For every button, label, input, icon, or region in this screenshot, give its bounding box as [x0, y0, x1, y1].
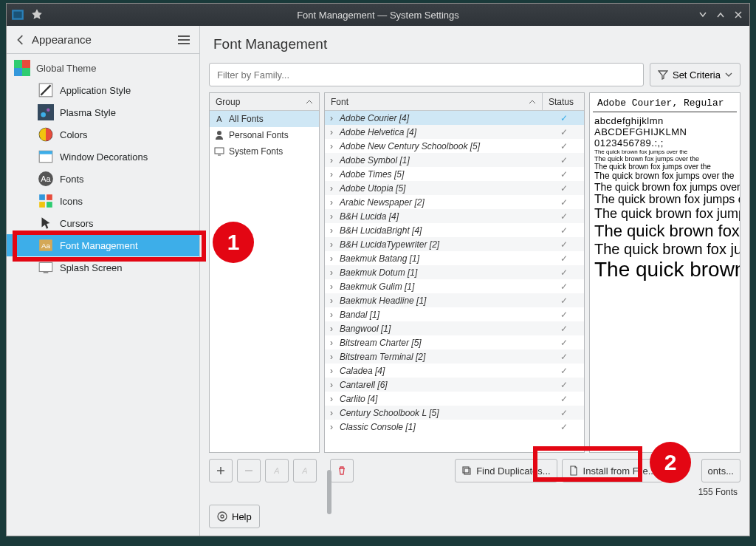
- disclosure-icon[interactable]: ›: [325, 253, 338, 264]
- sidebar-item-splash-screen[interactable]: Splash Screen: [7, 256, 199, 279]
- enable-button[interactable]: A: [265, 459, 289, 482]
- remove-group-button[interactable]: [237, 459, 261, 482]
- disclosure-icon[interactable]: ›: [325, 296, 338, 306]
- sidebar-item-colors[interactable]: Colors: [7, 123, 199, 146]
- font-row[interactable]: ›B&H Lucida [4]✓: [325, 209, 584, 223]
- font-header[interactable]: Font: [325, 93, 543, 111]
- font-name: Classic Console [1]: [338, 422, 544, 432]
- disclosure-icon[interactable]: ›: [325, 338, 338, 348]
- style-icon: [38, 82, 54, 98]
- sidebar-item-window-decorations[interactable]: Window Decorations: [7, 146, 199, 168]
- disclosure-icon[interactable]: ›: [325, 169, 338, 180]
- app-icon: [11, 8, 24, 21]
- font-row[interactable]: ›Bangwool [1]✓: [325, 321, 584, 335]
- disclosure-icon[interactable]: ›: [325, 422, 338, 432]
- sidebar-item-fonts[interactable]: Aa Fonts: [7, 168, 199, 190]
- filter-input[interactable]: [209, 63, 644, 86]
- disclosure-icon[interactable]: ›: [325, 155, 338, 165]
- group-personal-fonts[interactable]: Personal Fonts: [210, 127, 319, 143]
- file-icon: [568, 465, 579, 476]
- pin-icon[interactable]: [30, 8, 44, 21]
- close-button[interactable]: [732, 8, 745, 21]
- font-row[interactable]: ›Carlito [4]✓: [325, 392, 584, 406]
- font-row[interactable]: ›Arabic Newspaper [2]✓: [325, 195, 584, 209]
- font-row[interactable]: ›Adobe Utopia [5]✓: [325, 181, 584, 195]
- font-row[interactable]: ›Baekmuk Gulim [1]✓: [325, 279, 584, 293]
- sidebar-item-cursors[interactable]: Cursors: [7, 212, 199, 234]
- disclosure-icon[interactable]: ›: [325, 352, 338, 362]
- install-from-file-button[interactable]: Install from File...: [562, 459, 663, 482]
- get-new-fonts-button[interactable]: onts...: [701, 459, 740, 482]
- font-row[interactable]: ›Baekmuk Headline [1]✓: [325, 293, 584, 307]
- svg-rect-1: [13, 12, 21, 18]
- font-name: Adobe Utopia [5]: [338, 183, 544, 194]
- sidebar-item-label: Colors: [60, 129, 88, 140]
- svg-point-8: [47, 109, 49, 112]
- font-row[interactable]: ›B&H LucidaBright [4]✓: [325, 223, 584, 237]
- disclosure-icon[interactable]: ›: [325, 225, 338, 236]
- minimize-button[interactable]: [696, 8, 709, 21]
- help-button[interactable]: Help: [209, 505, 260, 528]
- group-system-fonts[interactable]: System Fonts: [210, 143, 319, 160]
- sort-icon: [306, 98, 313, 106]
- font-name: Arabic Newspaper [2]: [338, 197, 544, 208]
- svg-point-29: [218, 512, 227, 521]
- font-name: Baekmuk Headline [1]: [338, 296, 544, 306]
- window: Font Management — System Settings Appear…: [6, 3, 750, 536]
- disclosure-icon[interactable]: ›: [325, 281, 338, 292]
- disclosure-icon[interactable]: ›: [325, 197, 338, 208]
- font-row[interactable]: ›Baekmuk Dotum [1]✓: [325, 265, 584, 279]
- disclosure-icon[interactable]: ›: [325, 183, 338, 194]
- sidebar-item-label: Cursors: [60, 218, 94, 229]
- disclosure-icon[interactable]: ›: [325, 324, 338, 334]
- font-row[interactable]: ›Caladea [4]✓: [325, 364, 584, 378]
- disclosure-icon[interactable]: ›: [325, 366, 338, 376]
- font-row[interactable]: ›Bitstream Charter [5]✓: [325, 335, 584, 349]
- font-row[interactable]: ›Adobe Symbol [1]✓: [325, 153, 584, 167]
- font-row[interactable]: ›B&H LucidaTypewriter [2]✓: [325, 237, 584, 251]
- font-row[interactable]: ›Bandal [1]✓: [325, 307, 584, 321]
- set-criteria-button[interactable]: Set Criteria: [650, 63, 740, 86]
- font-row[interactable]: ›Adobe Helvetica [4]✓: [325, 125, 584, 139]
- disclosure-icon[interactable]: ›: [325, 113, 338, 123]
- font-row[interactable]: ›Cantarell [6]✓: [325, 378, 584, 392]
- disclosure-icon[interactable]: ›: [325, 141, 338, 151]
- disclosure-icon[interactable]: ›: [325, 408, 338, 418]
- disclosure-icon[interactable]: ›: [325, 239, 338, 250]
- disclosure-icon[interactable]: ›: [325, 267, 338, 278]
- sidebar-item-plasma-style[interactable]: Plasma Style: [7, 101, 199, 123]
- sidebar-item-application-style[interactable]: Application Style: [7, 79, 199, 101]
- font-row[interactable]: ›Adobe Times [5]✓: [325, 167, 584, 181]
- svg-text:A: A: [273, 466, 279, 475]
- font-row[interactable]: ›Adobe Courier [4]✓: [325, 111, 584, 125]
- disable-button[interactable]: A: [293, 459, 317, 482]
- status-check: ✓: [544, 324, 584, 334]
- svg-rect-3: [22, 60, 30, 68]
- font-row[interactable]: ›Adobe New Century Schoolbook [5]✓: [325, 139, 584, 153]
- disclosure-icon[interactable]: ›: [325, 127, 338, 137]
- font-row[interactable]: ›Century Schoolbook L [5]✓: [325, 406, 584, 420]
- group-header[interactable]: Group: [210, 93, 319, 111]
- disclosure-icon[interactable]: ›: [325, 310, 338, 320]
- font-name: B&H LucidaBright [4]: [338, 225, 544, 236]
- sidebar-item-font-management[interactable]: Aa Font Management: [7, 234, 199, 256]
- font-row[interactable]: ›Bitstream Terminal [2]✓: [325, 349, 584, 364]
- status-header[interactable]: Status: [543, 93, 584, 111]
- menu-icon[interactable]: [177, 35, 190, 45]
- maximize-button[interactable]: [714, 8, 727, 21]
- disclosure-icon[interactable]: ›: [325, 211, 338, 222]
- find-duplicates-button[interactable]: Find Duplicates...: [455, 459, 557, 482]
- sidebar-back[interactable]: Appearance: [7, 26, 199, 54]
- font-row[interactable]: ›Classic Console [1]✓: [325, 420, 584, 434]
- titlebar: Font Management — System Settings: [7, 4, 749, 26]
- disclosure-icon[interactable]: ›: [325, 394, 338, 404]
- group-all-fonts[interactable]: A All Fonts: [210, 111, 319, 127]
- scrollbar-thumb[interactable]: [327, 470, 331, 514]
- font-row[interactable]: ›Baekmuk Batang [1]✓: [325, 251, 584, 265]
- delete-button[interactable]: [330, 459, 354, 482]
- sidebar-item-global-theme[interactable]: Global Theme: [7, 57, 199, 79]
- svg-rect-6: [38, 104, 54, 120]
- disclosure-icon[interactable]: ›: [325, 380, 338, 390]
- add-group-button[interactable]: [209, 459, 233, 482]
- sidebar-item-icons[interactable]: Icons: [7, 190, 199, 212]
